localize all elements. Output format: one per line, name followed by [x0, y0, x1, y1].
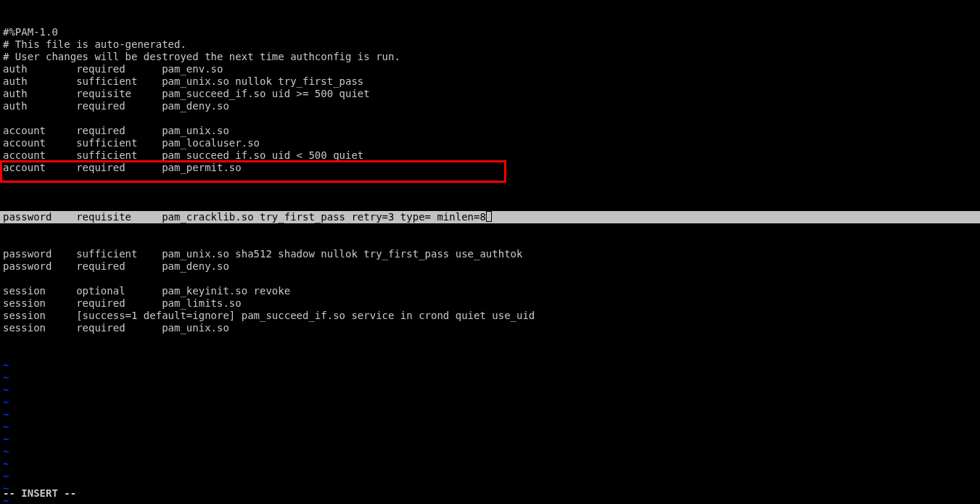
file-line: # This file is auto-generated. [0, 38, 980, 51]
file-line: password sufficient pam_unix.so sha512 s… [0, 248, 980, 260]
empty-line-tilde: ~ [0, 408, 980, 421]
file-line [0, 174, 980, 186]
terminal-editor[interactable]: #%PAM-1.0# This file is auto-generated.#… [0, 0, 980, 504]
highlighted-line: password requisite pam_cracklib.so try_f… [0, 211, 980, 223]
file-line: account required pam_permit.so [0, 162, 980, 174]
file-line: account sufficient pam_succeed_if.so uid… [0, 149, 980, 162]
file-line: account sufficient pam_localuser.so [0, 137, 980, 149]
file-line: auth required pam_env.so [0, 63, 980, 75]
file-line: session required pam_limits.so [0, 297, 980, 310]
empty-line-tilde: ~ [0, 470, 980, 482]
empty-line-tilde: ~ [0, 421, 980, 433]
empty-line-tilde: ~ [0, 396, 980, 408]
file-line [0, 112, 980, 125]
file-line: session [success=1 default=ignore] pam_s… [0, 310, 980, 322]
highlighted-text: password requisite pam_cracklib.so try_f… [3, 211, 486, 223]
empty-line-tilde: ~ [0, 433, 980, 445]
file-line: auth required pam_deny.so [0, 100, 980, 112]
vim-mode-status: -- INSERT -- [3, 487, 76, 500]
empty-line-tilde: ~ [0, 482, 980, 495]
empty-line-tilde: ~ [0, 495, 980, 504]
text-cursor [486, 211, 492, 222]
file-line: #%PAM-1.0 [0, 26, 980, 38]
empty-line-tilde: ~ [0, 371, 980, 384]
empty-line-tilde: ~ [0, 384, 980, 396]
file-line: account required pam_unix.so [0, 125, 980, 137]
file-line: session required pam_unix.so [0, 322, 980, 334]
empty-line-tilde: ~ [0, 458, 980, 470]
file-line: session optional pam_keyinit.so revoke [0, 285, 980, 297]
file-line: # User changes will be destroyed the nex… [0, 51, 980, 63]
file-line: auth sufficient pam_unix.so nullok try_f… [0, 75, 980, 88]
file-line [0, 273, 980, 285]
empty-line-tilde: ~ [0, 445, 980, 458]
file-line: password required pam_deny.so [0, 260, 980, 273]
file-line: auth requisite pam_succeed_if.so uid >= … [0, 88, 980, 100]
empty-line-tilde: ~ [0, 359, 980, 371]
